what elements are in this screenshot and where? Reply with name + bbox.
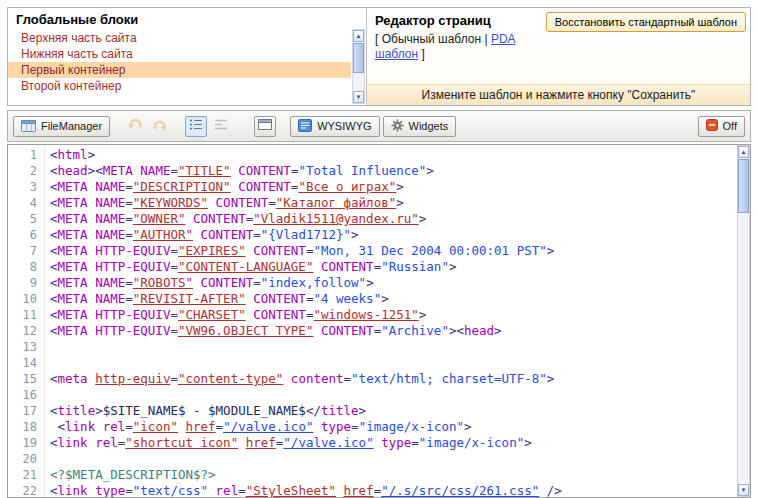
global-blocks-list: Верхняя часть сайта Нижняя часть сайта П… — [8, 30, 351, 94]
editor-scrollbar[interactable]: ▲ ▼ — [737, 145, 750, 497]
list-item-lower-site[interactable]: Нижняя часть сайта — [8, 46, 351, 62]
page-editor-header: Редактор страниц [ Обычный шаблон | PDA … — [367, 8, 750, 86]
code-line: <META HTTP-EQUIV="CONTENT-LANGUAGE" CONT… — [50, 259, 736, 275]
code-line — [50, 339, 736, 355]
widgets-button[interactable]: Widgets — [383, 116, 457, 137]
code-line: <link type="text/css" rel="StyleSheet" h… — [50, 483, 736, 497]
line-number: 2 — [8, 163, 37, 179]
triangle-down-icon: ▼ — [741, 487, 747, 493]
undo-icon — [127, 116, 143, 136]
expand-editor-button[interactable] — [254, 116, 276, 137]
line-number: 12 — [8, 323, 37, 339]
line-number: 18 — [8, 419, 37, 435]
page-editor-panel: Редактор страниц [ Обычный шаблон | PDA … — [366, 8, 750, 105]
code-line: <META HTTP-EQUIV="VW96.OBJECT TYPE" CONT… — [50, 323, 736, 339]
list-item-first-container[interactable]: Первый контейнер — [8, 62, 351, 78]
line-number: 11 — [8, 307, 37, 323]
bracket-close: ] — [421, 47, 424, 61]
list-scrollbar[interactable]: ▲ ▼ — [352, 29, 365, 104]
editor-toolbar: FileManager — [7, 110, 751, 142]
code-lines[interactable]: <html><head><META NAME="TITLE" CONTENT="… — [45, 145, 736, 497]
line-number: 9 — [8, 275, 37, 291]
line-number: 21 — [8, 467, 37, 483]
line-number: 20 — [8, 451, 37, 467]
code-line — [50, 355, 736, 371]
code-line: <html> — [50, 147, 736, 163]
template-editor-page: Глобальные блоки Верхняя часть сайта Ниж… — [0, 0, 758, 498]
scroll-down-button[interactable]: ▼ — [738, 484, 749, 496]
code-line: <META NAME="DESCRIPTION" CONTENT="Все о … — [50, 179, 736, 195]
filemanager-label: FileManager — [41, 120, 102, 132]
triangle-down-icon: ▼ — [356, 94, 362, 100]
line-number: 5 — [8, 211, 37, 227]
line-number: 19 — [8, 435, 37, 451]
divider-pipe: | — [484, 32, 487, 46]
line-number: 1 — [8, 147, 37, 163]
line-number: 13 — [8, 339, 37, 355]
code-line: <link rel="shortcut icon" href="/valve.i… — [50, 435, 736, 451]
line-number: 22 — [8, 483, 37, 497]
code-line: <?$META_DESCRIPTION$?> — [50, 467, 736, 483]
code-line — [50, 387, 736, 403]
code-line: <META NAME="REVISIT-AFTER" CONTENT="4 we… — [50, 291, 736, 307]
code-line: <META NAME="KEYWORDS" CONTENT="Каталог ф… — [50, 195, 736, 211]
line-number: 3 — [8, 179, 37, 195]
off-toggle-button[interactable]: Off — [698, 116, 745, 137]
scroll-down-button[interactable]: ▼ — [353, 91, 364, 103]
gutter: 12345678910111213141516171819202122 — [8, 145, 45, 497]
template-switcher: [ Обычный шаблон | PDA шаблон ] — [375, 32, 547, 62]
code-line: <META HTTP-EQUIV="EXPIRES" CONTENT="Mon,… — [50, 243, 736, 259]
bracket-open: [ — [375, 32, 378, 46]
code-line: <link rel="icon" href="/valve.ico" type=… — [50, 419, 736, 435]
line-number: 4 — [8, 195, 37, 211]
code-line: <title>$SITE_NAME$ - $MODULE_NAME$</titl… — [50, 403, 736, 419]
widgets-label: Widgets — [409, 120, 449, 132]
code-editor: 12345678910111213141516171819202122 <htm… — [7, 144, 751, 498]
code-line — [50, 451, 736, 467]
filemanager-icon — [21, 119, 36, 134]
line-numbers-toggle[interactable] — [185, 116, 207, 137]
off-label: Off — [723, 120, 737, 132]
list-item-upper-site[interactable]: Верхняя часть сайта — [8, 30, 351, 46]
line-number: 10 — [8, 291, 37, 307]
scrollbar-thumb[interactable] — [738, 159, 749, 213]
top-panel: Глобальные блоки Верхняя часть сайта Ниж… — [7, 7, 751, 106]
filemanager-button[interactable]: FileManager — [13, 116, 110, 137]
global-blocks-title: Глобальные блоки — [8, 8, 366, 30]
scroll-up-button[interactable]: ▲ — [353, 30, 364, 42]
redo-button[interactable] — [149, 116, 171, 137]
scroll-up-button[interactable]: ▲ — [738, 146, 749, 158]
off-icon — [706, 119, 718, 133]
line-number: 17 — [8, 403, 37, 419]
line-numbers-icon — [189, 117, 203, 135]
wysiwyg-icon — [298, 119, 312, 134]
list-item-second-container[interactable]: Второй контейнер — [8, 78, 351, 94]
line-number: 7 — [8, 243, 37, 259]
hint-band: Измените шаблон и нажмите кнопку "Сохран… — [367, 84, 750, 105]
window-panel-icon — [258, 117, 272, 135]
line-number: 16 — [8, 387, 37, 403]
code-format-button[interactable] — [210, 116, 232, 137]
code-line: <head><META NAME="TITLE" CONTENT="Total … — [50, 163, 736, 179]
triangle-up-icon: ▲ — [356, 33, 362, 39]
code-line: <META HTTP-EQUIV="CHARSET" CONTENT="wind… — [50, 307, 736, 323]
text-lines-icon — [214, 117, 228, 135]
restore-default-template-button[interactable]: Восстановить стандартный шаблон — [546, 12, 746, 32]
redo-icon — [152, 118, 168, 134]
global-blocks-panel: Глобальные блоки Верхняя часть сайта Ниж… — [8, 8, 366, 105]
hint-text: Измените шаблон и нажмите кнопку "Сохран… — [422, 88, 696, 102]
triangle-up-icon: ▲ — [741, 149, 747, 155]
gear-icon — [391, 119, 404, 134]
scrollbar-thumb[interactable] — [353, 43, 364, 73]
wysiwyg-button[interactable]: WYSIWYG — [290, 116, 379, 137]
code-line: <META NAME="ROBOTS" CONTENT="index,follo… — [50, 275, 736, 291]
code-line: <META NAME="OWNER" CONTENT="Vladik1511@y… — [50, 211, 736, 227]
normal-template-label: Обычный шаблон — [382, 32, 481, 46]
code-line: <META NAME="AUTHOR" CONTENT="{Vlad1712}"… — [50, 227, 736, 243]
undo-button[interactable] — [124, 116, 146, 137]
line-number: 8 — [8, 259, 37, 275]
code-line: <meta http-equiv="content-type" content=… — [50, 371, 736, 387]
line-number: 6 — [8, 227, 37, 243]
wysiwyg-label: WYSIWYG — [317, 120, 371, 132]
line-number: 15 — [8, 371, 37, 387]
